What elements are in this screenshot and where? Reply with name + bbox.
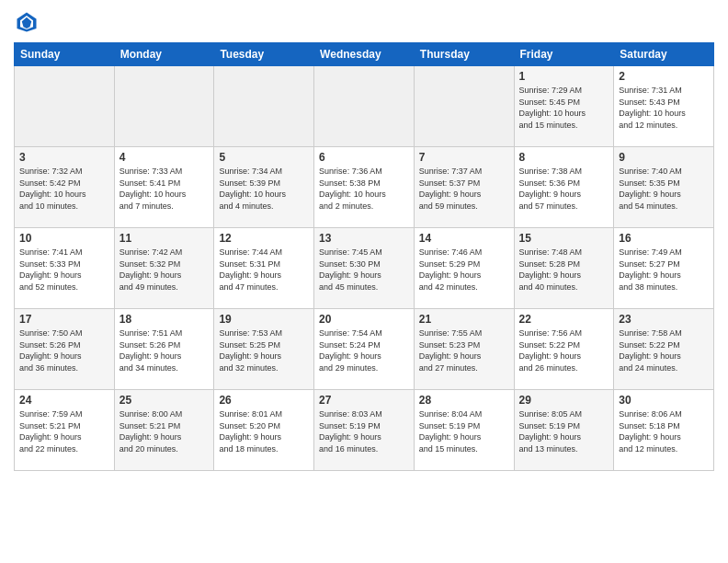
day-info: Sunrise: 7:45 AM Sunset: 5:30 PM Dayligh… [319,247,409,293]
day-number: 25 [119,394,210,407]
day-info: Sunrise: 7:49 AM Sunset: 5:27 PM Dayligh… [619,247,709,293]
day-info: Sunrise: 7:40 AM Sunset: 5:35 PM Dayligh… [619,166,709,212]
day-info: Sunrise: 7:31 AM Sunset: 5:43 PM Dayligh… [619,85,709,131]
calendar-week-row: 1Sunrise: 7:29 AM Sunset: 5:45 PM Daylig… [15,66,714,147]
day-number: 23 [619,313,709,326]
calendar-day-24: 24Sunrise: 7:59 AM Sunset: 5:21 PM Dayli… [15,390,115,471]
calendar-day-14: 14Sunrise: 7:46 AM Sunset: 5:29 PM Dayli… [414,228,514,309]
day-number: 15 [519,232,609,245]
calendar-week-row: 10Sunrise: 7:41 AM Sunset: 5:33 PM Dayli… [15,228,714,309]
day-info: Sunrise: 8:03 AM Sunset: 5:19 PM Dayligh… [319,408,409,454]
calendar-day-3: 3Sunrise: 7:32 AM Sunset: 5:42 PM Daylig… [15,147,115,228]
calendar-empty-cell [15,66,115,147]
day-number: 4 [119,151,210,164]
calendar-day-9: 9Sunrise: 7:40 AM Sunset: 5:35 PM Daylig… [614,147,714,228]
day-number: 27 [319,394,409,407]
calendar-day-25: 25Sunrise: 8:00 AM Sunset: 5:21 PM Dayli… [114,390,214,471]
day-number: 18 [119,313,210,326]
col-header-saturday: Saturday [614,43,714,66]
calendar-day-15: 15Sunrise: 7:48 AM Sunset: 5:28 PM Dayli… [514,228,614,309]
day-info: Sunrise: 8:04 AM Sunset: 5:19 PM Dayligh… [419,408,509,454]
day-info: Sunrise: 7:59 AM Sunset: 5:21 PM Dayligh… [19,408,109,454]
calendar-day-23: 23Sunrise: 7:58 AM Sunset: 5:22 PM Dayli… [614,309,714,390]
calendar-day-21: 21Sunrise: 7:55 AM Sunset: 5:23 PM Dayli… [414,309,514,390]
day-info: Sunrise: 7:55 AM Sunset: 5:23 PM Dayligh… [419,327,509,373]
day-info: Sunrise: 7:46 AM Sunset: 5:29 PM Dayligh… [419,247,509,293]
calendar-empty-cell [114,66,214,147]
day-number: 17 [19,313,109,326]
day-info: Sunrise: 7:36 AM Sunset: 5:38 PM Dayligh… [319,166,409,212]
calendar-day-22: 22Sunrise: 7:56 AM Sunset: 5:22 PM Dayli… [514,309,614,390]
day-number: 10 [19,232,109,245]
calendar-day-18: 18Sunrise: 7:51 AM Sunset: 5:26 PM Dayli… [114,309,214,390]
day-info: Sunrise: 7:58 AM Sunset: 5:22 PM Dayligh… [619,327,709,373]
day-info: Sunrise: 8:01 AM Sunset: 5:20 PM Dayligh… [219,408,309,454]
day-number: 3 [19,151,109,164]
day-number: 9 [619,151,709,164]
day-info: Sunrise: 7:50 AM Sunset: 5:26 PM Dayligh… [19,327,109,373]
day-info: Sunrise: 7:32 AM Sunset: 5:42 PM Dayligh… [19,166,109,212]
calendar-week-row: 24Sunrise: 7:59 AM Sunset: 5:21 PM Dayli… [15,390,714,471]
col-header-friday: Friday [514,43,614,66]
day-number: 7 [419,151,509,164]
col-header-sunday: Sunday [15,43,115,66]
col-header-thursday: Thursday [414,43,514,66]
day-number: 21 [419,313,509,326]
day-info: Sunrise: 7:34 AM Sunset: 5:39 PM Dayligh… [219,166,309,212]
day-info: Sunrise: 7:54 AM Sunset: 5:24 PM Dayligh… [319,327,409,373]
calendar-header-row: SundayMondayTuesdayWednesdayThursdayFrid… [15,43,714,66]
calendar-day-7: 7Sunrise: 7:37 AM Sunset: 5:37 PM Daylig… [414,147,514,228]
calendar-day-11: 11Sunrise: 7:42 AM Sunset: 5:32 PM Dayli… [114,228,214,309]
calendar-day-12: 12Sunrise: 7:44 AM Sunset: 5:31 PM Dayli… [214,228,314,309]
day-info: Sunrise: 7:51 AM Sunset: 5:26 PM Dayligh… [119,327,210,373]
day-info: Sunrise: 7:37 AM Sunset: 5:37 PM Dayligh… [419,166,509,212]
calendar-week-row: 3Sunrise: 7:32 AM Sunset: 5:42 PM Daylig… [15,147,714,228]
calendar-day-27: 27Sunrise: 8:03 AM Sunset: 5:19 PM Dayli… [314,390,415,471]
calendar-empty-cell [314,66,415,147]
day-number: 12 [219,232,309,245]
calendar-table: SundayMondayTuesdayWednesdayThursdayFrid… [14,42,714,471]
col-header-monday: Monday [114,43,214,66]
day-number: 1 [519,70,609,83]
day-info: Sunrise: 7:41 AM Sunset: 5:33 PM Dayligh… [19,247,109,293]
day-number: 28 [419,394,509,407]
day-number: 14 [419,232,509,245]
day-info: Sunrise: 7:48 AM Sunset: 5:28 PM Dayligh… [519,247,609,293]
calendar-day-16: 16Sunrise: 7:49 AM Sunset: 5:27 PM Dayli… [614,228,714,309]
logo-icon [14,9,40,35]
page-header [14,9,714,35]
day-number: 11 [119,232,210,245]
calendar-day-29: 29Sunrise: 8:05 AM Sunset: 5:19 PM Dayli… [514,390,614,471]
col-header-tuesday: Tuesday [214,43,314,66]
day-info: Sunrise: 7:56 AM Sunset: 5:22 PM Dayligh… [519,327,609,373]
col-header-wednesday: Wednesday [314,43,415,66]
day-info: Sunrise: 7:44 AM Sunset: 5:31 PM Dayligh… [219,247,309,293]
day-info: Sunrise: 7:29 AM Sunset: 5:45 PM Dayligh… [519,85,609,131]
calendar-day-17: 17Sunrise: 7:50 AM Sunset: 5:26 PM Dayli… [15,309,115,390]
calendar-day-28: 28Sunrise: 8:04 AM Sunset: 5:19 PM Dayli… [414,390,514,471]
day-info: Sunrise: 7:38 AM Sunset: 5:36 PM Dayligh… [519,166,609,212]
day-number: 26 [219,394,309,407]
day-info: Sunrise: 7:33 AM Sunset: 5:41 PM Dayligh… [119,166,210,212]
day-info: Sunrise: 7:53 AM Sunset: 5:25 PM Dayligh… [219,327,309,373]
day-number: 6 [319,151,409,164]
day-number: 8 [519,151,609,164]
day-number: 2 [619,70,709,83]
calendar-day-20: 20Sunrise: 7:54 AM Sunset: 5:24 PM Dayli… [314,309,415,390]
day-number: 16 [619,232,709,245]
calendar-day-13: 13Sunrise: 7:45 AM Sunset: 5:30 PM Dayli… [314,228,415,309]
logo [14,9,43,35]
day-number: 29 [519,394,609,407]
day-info: Sunrise: 8:00 AM Sunset: 5:21 PM Dayligh… [119,408,210,454]
calendar-day-30: 30Sunrise: 8:06 AM Sunset: 5:18 PM Dayli… [614,390,714,471]
day-number: 22 [519,313,609,326]
calendar-day-26: 26Sunrise: 8:01 AM Sunset: 5:20 PM Dayli… [214,390,314,471]
day-number: 24 [19,394,109,407]
calendar-day-8: 8Sunrise: 7:38 AM Sunset: 5:36 PM Daylig… [514,147,614,228]
day-number: 30 [619,394,709,407]
calendar-day-1: 1Sunrise: 7:29 AM Sunset: 5:45 PM Daylig… [514,66,614,147]
calendar-empty-cell [214,66,314,147]
calendar-day-2: 2Sunrise: 7:31 AM Sunset: 5:43 PM Daylig… [614,66,714,147]
calendar-day-5: 5Sunrise: 7:34 AM Sunset: 5:39 PM Daylig… [214,147,314,228]
calendar-week-row: 17Sunrise: 7:50 AM Sunset: 5:26 PM Dayli… [15,309,714,390]
